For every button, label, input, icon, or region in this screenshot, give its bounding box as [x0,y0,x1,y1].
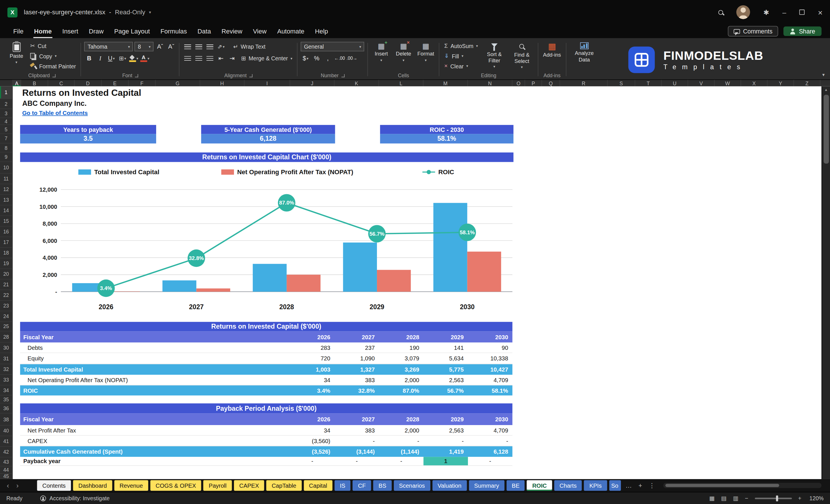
wrap-text-button[interactable]: ↵Wrap Text [232,41,267,52]
row-header-36[interactable]: 36 [0,403,12,413]
row-header-40[interactable]: 40 [0,426,12,436]
cell[interactable]: 56.7% [423,385,468,395]
grow-font-button[interactable]: Aˆ [155,42,165,51]
cell[interactable]: - [468,436,512,446]
cell[interactable]: 2,563 [423,375,468,385]
table-row[interactable]: ROIC3.4%32.8%87.0%56.7%58.1% [20,385,512,395]
column-header-T[interactable]: T [635,80,662,86]
increase-decimal-button[interactable]: ←.00 [334,54,345,63]
menu-draw[interactable]: Draw [84,26,108,37]
cell[interactable]: 190 [379,342,423,352]
appearance-icon[interactable]: ✱ [763,9,769,16]
align-top-button[interactable] [183,42,192,51]
row-header-11[interactable]: 11 [0,174,12,184]
column-header-J[interactable]: J [290,80,334,86]
collapse-ribbon-icon[interactable]: ▾ [822,72,825,77]
column-header-M[interactable]: M [423,80,468,86]
cell[interactable]: 90 [468,342,512,352]
sheet-tab-captable[interactable]: CapTable [266,480,301,491]
column-header-U[interactable]: U [662,80,688,86]
cell[interactable]: - [379,457,423,465]
fill-button[interactable]: ⇓Fill▾ [443,51,480,61]
cell[interactable]: 141 [423,342,468,352]
sheet-tab-charts[interactable]: Charts [554,480,582,491]
cell[interactable]: 237 [334,342,379,352]
format-painter-button[interactable]: Format Painter [29,61,77,71]
cell[interactable]: 5,634 [423,353,468,364]
view-normal-button[interactable]: ▦ [709,495,715,502]
cell[interactable]: 10,427 [468,364,512,375]
sheet-tab-kpis[interactable]: KPIs [584,480,607,491]
tab-scroll-left-button[interactable]: ‹ [3,481,12,490]
row-header-32[interactable]: 32 [0,364,12,375]
view-page-layout-button[interactable]: ▤ [721,495,727,502]
italic-button[interactable]: I [99,55,101,61]
insert-cells-button[interactable]: ▦+ Insert ▾ [371,41,391,63]
row-header-2[interactable]: 2 [0,99,12,109]
sheet-tab-valuation[interactable]: Valuation [432,480,467,491]
shrink-font-button[interactable]: Aˇ [166,42,176,51]
row-header-41[interactable]: 41 [0,436,12,447]
font-name-select[interactable]: Tahoma▾ [84,42,133,51]
row-header-24[interactable]: 24 [0,311,12,322]
autosum-button[interactable]: ΣAutoSum▾ [443,41,480,51]
column-header-R[interactable]: R [560,80,608,86]
borders-button[interactable]: ⊞▾ [118,54,127,63]
search-icon[interactable] [719,10,723,14]
number-format-select[interactable]: General▾ [301,42,364,51]
sheet-tab-dashboard[interactable]: Dashboard [73,480,112,491]
cell[interactable]: 283 [290,342,334,352]
row-header-5[interactable]: 5 [0,125,12,134]
merge-center-button[interactable]: ⊞Merge & Center▾ [240,53,294,63]
row-header-14[interactable]: 14 [0,206,12,216]
tab-options-button[interactable]: ⋮ [648,482,656,489]
cell[interactable]: 4,709 [468,425,512,435]
vertical-scroll-thumb[interactable] [824,95,829,164]
align-center-button[interactable] [194,54,203,63]
zoom-slider[interactable] [755,497,792,499]
column-header-Q[interactable]: Q [542,80,560,86]
format-cells-button[interactable]: ▦ Format ▾ [416,41,436,63]
paste-button[interactable]: Paste ▾ [6,41,26,65]
new-sheet-button[interactable]: + [637,482,644,489]
dialog-launcher-icon[interactable] [249,74,253,77]
sheet-tab-scenarios[interactable]: Scenarios [394,480,430,491]
more-sheets-button[interactable]: … [625,482,632,489]
column-header-E[interactable]: E [101,80,128,86]
percent-format-button[interactable]: % [312,54,321,63]
menu-review[interactable]: Review [217,26,247,37]
table-row[interactable]: CAPEX(3,560)---- [20,436,512,446]
cell[interactable]: 6,128 [468,446,512,457]
cell[interactable]: 2,563 [423,425,468,435]
increase-indent-button[interactable]: ⇥ [227,54,237,63]
menu-help[interactable]: Help [310,26,333,37]
sheet-tab-cogs-opex[interactable]: COGS & OPEX [150,480,201,491]
row-header-22[interactable]: 22 [0,290,12,301]
column-header-X[interactable]: X [741,80,768,86]
row-header-7[interactable]: 7 [0,134,12,143]
column-header-I[interactable]: I [245,80,290,86]
cell[interactable]: - [290,457,334,465]
zoom-slider-thumb[interactable] [776,495,778,501]
cell[interactable]: 383 [334,425,379,435]
table-row[interactable]: Debts28323719014190 [20,342,512,353]
row-header-9[interactable]: 9 [0,153,12,162]
cell[interactable]: 58.1% [468,385,512,395]
cell[interactable]: 34 [290,375,334,385]
sort-filter-button[interactable]: Sort & Filter ▾ [482,41,507,70]
column-header-V[interactable]: V [688,80,715,86]
row-header-23[interactable]: 23 [0,301,12,311]
font-color-button[interactable]: A▾ [140,54,149,63]
row-header-17[interactable]: 17 [0,237,12,248]
align-middle-button[interactable] [194,42,203,51]
menu-data[interactable]: Data [193,26,216,37]
comments-button[interactable]: Comments [728,26,778,37]
row-header-16[interactable]: 16 [0,226,12,237]
zoom-level[interactable]: 120% [808,495,824,501]
row-header-28[interactable]: 28 [0,332,12,343]
row-header-43[interactable]: 43 [0,458,12,466]
cell[interactable]: 2,000 [379,425,423,435]
sheet-tab-contents[interactable]: Contents [37,480,71,491]
minimize-button[interactable]: – [782,9,786,16]
horizontal-scrollbar[interactable] [663,483,822,488]
